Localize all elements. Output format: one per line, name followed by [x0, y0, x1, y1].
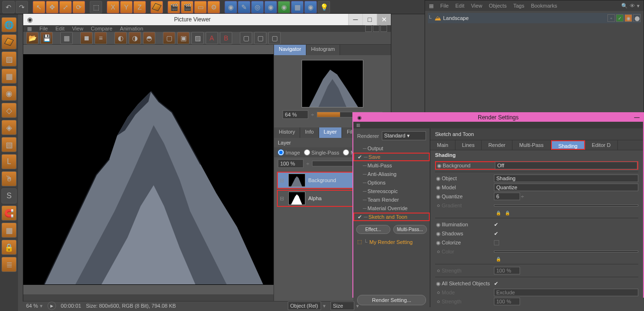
render-icon[interactable]: 🎬 [168, 1, 180, 13]
redo-icon[interactable]: ↷ [16, 1, 28, 13]
strength2-value[interactable]: 100 % [494, 298, 520, 305]
object-rel-select[interactable]: Object (Rel) [288, 301, 321, 310]
nurbs-icon[interactable]: ◎ [251, 1, 264, 13]
enable-tag[interactable]: ✓ [616, 14, 624, 22]
background-radio[interactable]: ◉ [436, 163, 443, 169]
compare-ab-icon[interactable]: ◓ [143, 32, 155, 44]
z-axis-icon[interactable]: Z [133, 1, 146, 13]
search-icon[interactable]: 🔍 [621, 3, 628, 9]
effect-button[interactable]: Effect... [356, 225, 390, 234]
scale-tool-icon[interactable]: ⤢ [59, 1, 72, 13]
stop-icon[interactable]: ⏹ [80, 32, 93, 44]
edge-mode-icon[interactable]: ◇ [1, 103, 17, 118]
pv-file-menu[interactable]: File [39, 26, 48, 31]
object-value[interactable]: Shading [494, 175, 638, 182]
my-render-setting[interactable]: ⬚ └ My Render Setting [353, 237, 430, 247]
compare-b-icon[interactable]: ◑ [129, 32, 141, 44]
shadows-radio[interactable]: ◉ [435, 231, 442, 237]
channel-g-icon[interactable]: ▢ [254, 32, 266, 44]
rs-titlebar[interactable]: ◉ Render Settings ─ [353, 113, 643, 122]
quantize-value[interactable]: 6 [494, 193, 520, 200]
snap-s-icon[interactable]: S [1, 188, 17, 204]
info-tab[interactable]: Info [300, 127, 319, 138]
render-area-icon[interactable]: 🎬 [181, 1, 193, 13]
pv-view-menu[interactable]: View [72, 26, 84, 31]
illum-checkbox[interactable]: ✔ [494, 222, 498, 228]
tree-save[interactable]: ✔─Save [353, 153, 430, 161]
light-icon[interactable]: 💡 [318, 1, 330, 13]
open-icon[interactable]: 📂 [26, 32, 38, 44]
pv-dock-icon[interactable] [373, 25, 379, 32]
renderer-select[interactable]: Standard ▾ [382, 131, 426, 140]
om-objects-menu[interactable]: Objects [489, 3, 506, 9]
workplane-icon[interactable]: ▦ [1, 68, 17, 84]
object-name[interactable]: Landscape [443, 15, 607, 21]
phong-tag-icon[interactable]: ⬤ [633, 14, 641, 22]
alpha-icon[interactable]: ▨ [191, 32, 204, 44]
close-button[interactable]: ✕ [377, 14, 391, 25]
layer-collapse-icon[interactable]: ⊟ [278, 195, 285, 202]
allsketched-radio[interactable]: ◉ [435, 281, 442, 287]
size-select[interactable]: Size [331, 301, 354, 310]
material-tag-icon[interactable]: ◉ [625, 14, 632, 22]
prim-cube-icon[interactable]: ◉ [225, 1, 237, 13]
eye-icon[interactable]: 👁 [630, 3, 635, 9]
object-radio[interactable]: ◉ [435, 175, 442, 182]
navigator-thumbnail[interactable] [302, 60, 363, 107]
filter-b-icon[interactable]: B [220, 32, 232, 44]
mode-value[interactable]: Exclude [494, 289, 638, 296]
pv-animation-menu[interactable]: Animation [120, 26, 143, 31]
play-button[interactable]: ▶ [47, 301, 56, 310]
magnet-icon[interactable]: 🧲 [1, 205, 17, 221]
render-canvas[interactable] [23, 54, 274, 285]
quantize-radio[interactable]: ◉ [435, 194, 442, 200]
tree-antialiasing[interactable]: ─Anti-Aliasing [353, 170, 430, 178]
point-mode-icon[interactable]: ◉ [1, 86, 17, 101]
om-tags-menu[interactable]: Tags [513, 3, 524, 9]
colorize-checkbox[interactable] [494, 240, 499, 245]
picture-viewer-titlebar[interactable]: ◉ Picture Viewer ─ □ ✕ [23, 14, 391, 25]
layers-icon[interactable]: ≡ [95, 32, 107, 44]
mouse-icon[interactable]: 🖱 [1, 171, 17, 186]
histogram-tab[interactable]: Histogram [306, 45, 340, 55]
poly-mode-icon[interactable]: ◈ [1, 120, 17, 135]
rgba-icon[interactable]: ▢ [163, 32, 175, 44]
pv-layout-icon[interactable] [365, 25, 372, 32]
lock-icon[interactable]: 🔒 [1, 240, 17, 255]
tab-lines[interactable]: Lines [455, 140, 482, 150]
strength-value[interactable]: 100 % [494, 267, 520, 274]
illum-radio[interactable]: ◉ [435, 222, 442, 228]
layer-zoom-input[interactable] [278, 159, 303, 168]
filter-a-icon[interactable]: A [206, 32, 218, 44]
om-view-menu[interactable]: View [471, 3, 483, 9]
filter-icon[interactable]: ▾ [637, 3, 640, 9]
minimize-button[interactable]: ─ [348, 14, 362, 25]
ruler-icon[interactable]: L [1, 154, 17, 169]
object-row-landscape[interactable]: └ ⛰ Landscape ▫ ✓ ◉ ⬤ [428, 13, 641, 23]
y-axis-icon[interactable]: Y [120, 1, 133, 13]
channel-b-icon[interactable]: ▢ [268, 32, 281, 44]
shadows-checkbox[interactable]: ✔ [494, 231, 498, 237]
coords-icon[interactable]: ⬚ [90, 1, 102, 13]
tab-multipass[interactable]: Multi-Pass [512, 140, 550, 150]
tree-teamrender[interactable]: ─Team Render [353, 195, 430, 204]
save-icon[interactable]: 💾 [40, 32, 53, 44]
rgb-icon[interactable]: ▣ [177, 32, 189, 44]
tree-options[interactable]: ─Options [353, 178, 430, 187]
camera-icon[interactable]: ◉ [304, 1, 317, 13]
background-value[interactable]: Off [495, 162, 637, 169]
cube-icon[interactable] [151, 1, 163, 13]
layer-tab[interactable]: Layer [319, 127, 342, 138]
texture-icon[interactable]: ▨ [1, 51, 17, 67]
rotate-tool-icon[interactable]: ⟳ [73, 1, 85, 13]
move-tool-icon[interactable]: ✥ [46, 1, 58, 13]
undo-icon[interactable]: ↶ [2, 1, 15, 13]
expand-icon[interactable]: └ [428, 15, 435, 21]
nav-zoom-input[interactable] [283, 110, 308, 119]
tab-render[interactable]: Render [482, 140, 512, 150]
render-cog-icon[interactable]: ⚙ [208, 1, 220, 13]
render-setting-button[interactable]: Render Setting... [357, 295, 426, 305]
model-radio[interactable]: ◉ [435, 185, 442, 191]
spline-pen-icon[interactable]: ✎ [238, 1, 250, 13]
tree-materialoverride[interactable]: ─Material Override [353, 204, 430, 213]
